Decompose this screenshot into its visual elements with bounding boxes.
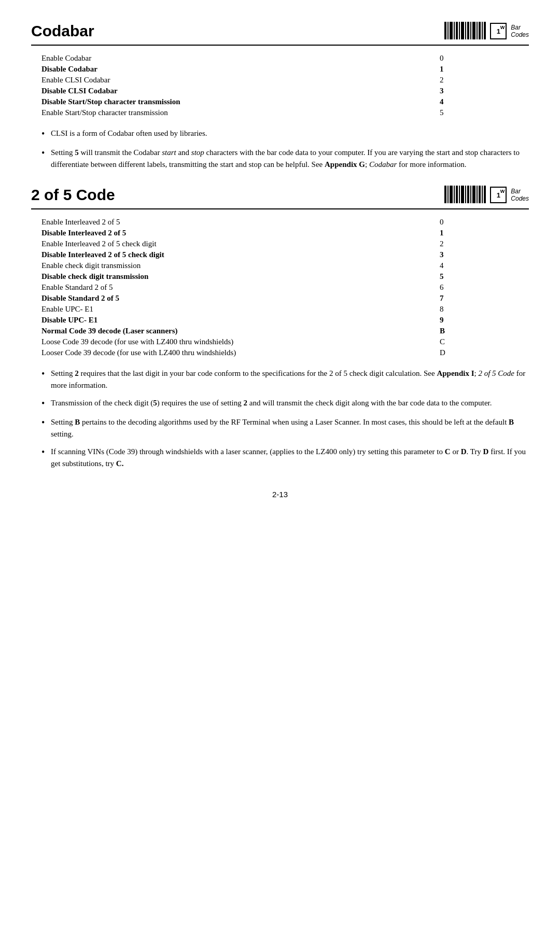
setting-label: Enable UPC- E1 [31, 304, 429, 315]
bullet-text: If scanning VINs (Code 39) through winds… [51, 446, 529, 469]
svg-rect-21 [461, 186, 464, 203]
svg-rect-28 [482, 186, 483, 203]
two-of-five-header-right: W 1 BarCodes [444, 185, 529, 205]
setting-label: Normal Code 39 decode (Laser scanners) [31, 326, 429, 336]
codabar-title: Codabar [31, 22, 94, 40]
codabar-settings-table: Enable Codabar 0 Disable Codabar 1 Enabl… [31, 53, 529, 118]
svg-rect-22 [465, 186, 466, 203]
svg-rect-13 [482, 22, 483, 39]
codabar-badge: W 1 [490, 23, 507, 39]
table-row: Enable UPC- E1 8 [31, 304, 529, 315]
setting-label: Disable CLSI Codabar [31, 86, 429, 96]
bullet-text: Setting 2 requires that the last digit i… [51, 368, 529, 391]
setting-label: Enable Start/Stop character transmission [31, 107, 429, 118]
svg-rect-8 [467, 22, 469, 39]
setting-value: 2 [429, 75, 529, 86]
table-row: Enable Interleaved 2 of 5 0 [31, 217, 529, 228]
setting-label: Loose Code 39 decode (for use with LZ400… [31, 336, 429, 347]
two-of-five-section: 2 of 5 Code W 1 [31, 185, 529, 469]
table-row: Disable Interleaved 2 of 5 check digit 3 [31, 249, 529, 260]
setting-value: 4 [429, 260, 529, 271]
two-of-five-barcode-icon [444, 185, 486, 205]
list-item: •Setting 5 will transmit the Codabar sta… [31, 147, 529, 170]
setting-label: Looser Code 39 decode (for use with LZ40… [31, 347, 429, 358]
setting-label: Disable Codabar [31, 64, 429, 75]
two-of-five-badge-sup: W [500, 189, 505, 194]
table-row: Loose Code 39 decode (for use with LZ400… [31, 336, 529, 347]
bullet-dot: • [41, 446, 51, 459]
two-of-five-badge: W 1 [490, 187, 507, 203]
bullet-dot: • [41, 416, 51, 429]
table-row: Enable Standard 2 of 5 6 [31, 282, 529, 293]
two-of-five-bar-codes-label: BarCodes [511, 188, 529, 203]
codabar-header-right: W 1 BarCodes [444, 21, 529, 41]
svg-rect-7 [465, 22, 466, 39]
setting-value: 7 [429, 293, 529, 304]
bullet-dot: • [41, 397, 51, 410]
setting-value: B [429, 326, 529, 336]
setting-label: Enable Interleaved 2 of 5 check digit [31, 238, 429, 249]
svg-rect-11 [477, 22, 478, 39]
bullet-text: Setting B pertains to the decoding algor… [51, 416, 529, 440]
setting-value: 1 [429, 228, 529, 238]
svg-rect-25 [472, 186, 475, 203]
two-of-five-settings-table: Enable Interleaved 2 of 5 0 Disable Inte… [31, 217, 529, 358]
page-number: 2-13 [31, 490, 529, 499]
setting-value: 3 [429, 86, 529, 96]
setting-value: 0 [429, 53, 529, 64]
list-item: •Setting 2 requires that the last digit … [31, 368, 529, 391]
setting-value: C [429, 336, 529, 347]
codabar-section: Codabar W 1 [31, 21, 529, 170]
svg-rect-18 [454, 186, 455, 203]
bullet-dot: • [41, 128, 51, 140]
setting-label: Enable CLSI Codabar [31, 75, 429, 86]
table-row: Disable check digit transmission 5 [31, 271, 529, 282]
two-of-five-title: 2 of 5 Code [31, 186, 115, 204]
table-row: Enable check digit transmission 4 [31, 260, 529, 271]
two-of-five-bullets: •Setting 2 requires that the last digit … [31, 368, 529, 469]
setting-label: Disable Standard 2 of 5 [31, 293, 429, 304]
svg-rect-10 [472, 22, 475, 39]
codabar-header: Codabar W 1 [31, 21, 529, 46]
setting-value: 2 [429, 238, 529, 249]
svg-rect-26 [477, 186, 478, 203]
table-row: Enable Start/Stop character transmission… [31, 107, 529, 118]
table-row: Enable CLSI Codabar 2 [31, 75, 529, 86]
svg-rect-14 [484, 22, 486, 39]
setting-label: Enable Codabar [31, 53, 429, 64]
setting-value: D [429, 347, 529, 358]
svg-rect-15 [444, 186, 446, 203]
svg-rect-1 [447, 22, 449, 39]
svg-rect-12 [479, 22, 481, 39]
codabar-badge-sup: W [500, 25, 505, 30]
list-item: •Transmission of the check digit (5) req… [31, 397, 529, 410]
svg-rect-27 [479, 186, 481, 203]
setting-value: 4 [429, 96, 529, 107]
setting-label: Enable check digit transmission [31, 260, 429, 271]
two-of-five-header: 2 of 5 Code W 1 [31, 185, 529, 209]
svg-rect-17 [450, 186, 453, 203]
table-row: Enable Codabar 0 [31, 53, 529, 64]
svg-rect-19 [456, 186, 458, 203]
setting-label: Enable Standard 2 of 5 [31, 282, 429, 293]
svg-rect-9 [470, 22, 471, 39]
svg-rect-20 [459, 186, 460, 203]
setting-label: Disable Interleaved 2 of 5 [31, 228, 429, 238]
svg-rect-0 [444, 22, 446, 39]
table-row: Disable CLSI Codabar 3 [31, 86, 529, 96]
codabar-bullets: •CLSI is a form of Codabar often used by… [31, 128, 529, 170]
svg-rect-6 [461, 22, 464, 39]
table-row: Normal Code 39 decode (Laser scanners) B [31, 326, 529, 336]
bullet-dot: • [41, 368, 51, 381]
setting-label: Disable Start/Stop character transmissio… [31, 96, 429, 107]
table-row: Disable Start/Stop character transmissio… [31, 96, 529, 107]
bullet-text: Transmission of the check digit (5) requ… [51, 397, 492, 409]
setting-label: Disable check digit transmission [31, 271, 429, 282]
setting-value: 9 [429, 315, 529, 326]
setting-value: 6 [429, 282, 529, 293]
bullet-dot: • [41, 147, 51, 160]
svg-rect-16 [447, 186, 449, 203]
svg-rect-29 [484, 186, 486, 203]
setting-label: Enable Interleaved 2 of 5 [31, 217, 429, 228]
setting-label: Disable Interleaved 2 of 5 check digit [31, 249, 429, 260]
